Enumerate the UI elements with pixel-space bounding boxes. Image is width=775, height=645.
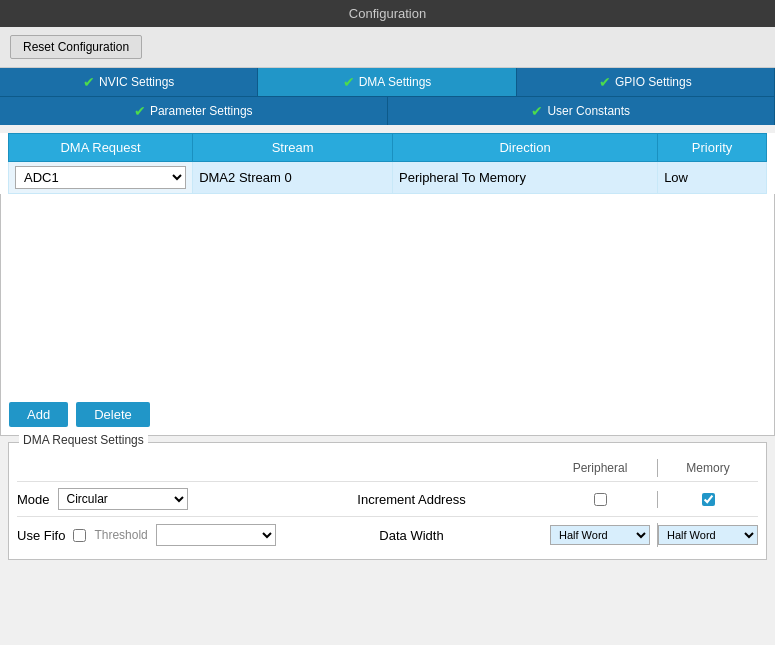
tab-nvic-label: NVIC Settings [99,75,174,89]
data-width-peripheral-select[interactable]: Half Word [550,525,650,545]
userconstants-check-icon: ✔ [531,103,543,119]
tab-userconstants-label: User Constants [547,104,630,118]
reset-button[interactable]: Reset Configuration [10,35,142,59]
threshold-select[interactable] [156,524,276,546]
dma-table-wrapper: DMA Request Stream Direction Priority AD… [0,133,775,194]
gpio-check-icon: ✔ [599,74,611,90]
increment-peripheral-box [543,491,658,508]
dma-table: DMA Request Stream Direction Priority AD… [8,133,767,194]
mode-label: Mode [17,492,50,507]
request-select[interactable]: ADC1 [15,166,186,189]
data-width-label: Data Width [379,528,443,543]
tab-userconstants[interactable]: ✔ User Constants [388,96,776,125]
mode-select[interactable]: Circular Normal [58,488,188,510]
title-bar: Configuration [0,0,775,27]
tab-gpio[interactable]: ✔ GPIO Settings [517,68,775,96]
action-buttons-row: Add Delete [0,394,775,436]
tab-dma[interactable]: ✔ DMA Settings [258,68,516,96]
col-header-direction: Direction [393,134,658,162]
title-label: Configuration [349,6,426,21]
delete-button[interactable]: Delete [76,402,150,427]
use-fifo-checkbox[interactable] [73,529,86,542]
dma-empty-area [0,194,775,394]
data-width-memory-select[interactable]: Half Word [658,525,758,545]
peripheral-col-header: Peripheral [543,459,658,477]
tabs-row2: ✔ Parameter Settings ✔ User Constants [0,96,775,125]
tab-nvic[interactable]: ✔ NVIC Settings [0,68,258,96]
increment-checkboxes [543,491,758,508]
increment-peripheral-checkbox[interactable] [594,493,607,506]
tab-parameter[interactable]: ✔ Parameter Settings [0,96,388,125]
mode-left: Mode Circular Normal [17,488,280,510]
cell-stream: DMA2 Stream 0 [193,162,393,194]
threshold-label: Threshold [94,528,147,542]
data-width-memory-box: Half Word [658,523,758,547]
nvic-check-icon: ✔ [83,74,95,90]
cell-priority: Low [658,162,767,194]
increment-address-label: Increment Address [357,492,465,507]
tab-gpio-label: GPIO Settings [615,75,692,89]
fifo-left: Use Fifo Threshold [17,524,280,546]
dma-check-icon: ✔ [343,74,355,90]
increment-memory-box [658,491,758,508]
toolbar: Reset Configuration [0,27,775,68]
add-button[interactable]: Add [9,402,68,427]
settings-col-headers: Peripheral Memory [17,459,758,477]
increment-address-group: Increment Address [280,492,543,507]
tabs-row1: ✔ NVIC Settings ✔ DMA Settings ✔ GPIO Se… [0,68,775,96]
memory-col-header: Memory [658,459,758,477]
tab-parameter-label: Parameter Settings [150,104,253,118]
section-legend: DMA Request Settings [19,433,148,447]
col-header-stream: Stream [193,134,393,162]
col-header-request: DMA Request [9,134,193,162]
cell-request[interactable]: ADC1 [9,162,193,194]
use-fifo-label: Use Fifo [17,528,65,543]
mode-row: Mode Circular Normal Increment Address [17,481,758,516]
parameter-check-icon: ✔ [134,103,146,119]
dma-request-settings: DMA Request Settings Peripheral Memory M… [8,442,767,560]
data-width-selects: Half Word Half Word [543,523,758,547]
table-row[interactable]: ADC1 DMA2 Stream 0 Peripheral To Memory … [9,162,767,194]
fifo-row: Use Fifo Threshold Data Width Half Word … [17,516,758,551]
data-width-group: Data Width [280,528,543,543]
cell-direction: Peripheral To Memory [393,162,658,194]
data-width-peripheral-box: Half Word [543,523,658,547]
col-header-priority: Priority [658,134,767,162]
tab-dma-label: DMA Settings [359,75,432,89]
increment-memory-checkbox[interactable] [702,493,715,506]
